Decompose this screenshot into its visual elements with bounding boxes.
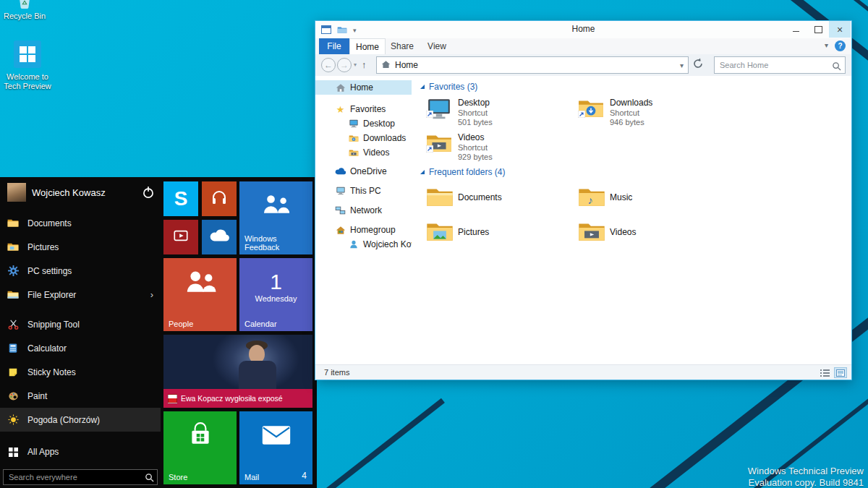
tile-store[interactable]: Store [163,411,237,484]
title-bar[interactable]: ▾ Home × [315,21,851,38]
start-item-pictures[interactable]: Pictures [0,235,161,259]
skype-icon: S [174,187,188,210]
folder-name: Documents [458,192,502,203]
pictures-folder-icon [426,221,452,244]
tile-music[interactable] [202,181,237,216]
user-avatar[interactable] [7,183,26,202]
tab-home[interactable]: Home [349,38,386,54]
help-icon[interactable]: ? [835,40,846,51]
nav-label: Desktop [363,119,395,129]
tile-calendar[interactable]: 1 Wednesday Calendar [239,258,312,331]
status-bar: 7 items [315,364,851,380]
music-folder-icon: ♪ [578,186,604,209]
address-dropdown-icon[interactable]: ▾ [680,61,684,69]
back-button[interactable]: ← [321,58,336,72]
tile-people[interactable]: People [163,258,237,331]
file-name: Videos [458,132,493,143]
tile-label: Mail [244,473,259,481]
tile-windows-feedback[interactable]: Windows Feedback [239,181,312,254]
nav-desktop[interactable]: Desktop [315,116,412,131]
tab-label: Home [356,42,379,52]
nav-homegroup-user[interactable]: Wojciech Kowasz [315,237,412,252]
group-header-favorites[interactable]: Favorites (3) [420,82,477,92]
folder-item-pictures[interactable]: Pictures [426,218,571,247]
downloads-shortcut-icon [578,98,604,121]
refresh-button[interactable] [692,58,704,72]
tab-file[interactable]: File [319,38,349,54]
desktop-shortcut-icon [426,98,452,121]
start-item-snipping-tool[interactable]: Snipping Tool [0,312,161,336]
desktop-icon [348,119,359,129]
start-item-pc-settings[interactable]: PC settings [0,259,161,283]
tile-mail[interactable]: Mail 4 [239,411,312,484]
start-item-calculator[interactable]: Calculator [0,336,161,360]
network-icon [335,205,346,215]
close-button[interactable]: × [829,21,851,38]
nav-onedrive[interactable]: OneDrive [315,164,412,179]
nav-downloads[interactable]: Downloads [315,131,412,145]
palette-icon [7,390,19,402]
people-icon [184,269,217,296]
folder-item-videos[interactable]: Videos [578,218,723,247]
maximize-button[interactable] [807,21,829,38]
videos-folder-icon [578,221,604,244]
folder-item-music[interactable]: ♪ Music [578,183,723,212]
tile-news[interactable]: Ewa Kopacz wygłosiła exposé [163,335,312,408]
tile-label: Windows Feedback [244,234,288,252]
start-item-sticky-notes[interactable]: Sticky Notes [0,360,161,384]
videos-folder-icon [348,147,359,158]
nav-network[interactable]: Network [315,203,412,218]
thumbnail-view-button[interactable] [834,367,847,378]
nav-homegroup[interactable]: Homegroup [315,223,412,237]
group-header-frequent-folders[interactable]: Frequent folders (4) [420,167,505,177]
start-menu: Wojciech Kowasz Documents Pictures PC se… [0,177,317,488]
minimize-button[interactable] [785,21,807,38]
start-item-all-apps[interactable]: All Apps [0,442,161,462]
address-box[interactable]: Home ▾ [376,56,689,74]
store-bag-icon [187,421,214,451]
collapse-triangle-icon [420,85,425,89]
search-input[interactable] [715,57,845,73]
desktop-icon-welcome[interactable]: Welcome to Tech Preview [0,40,55,91]
news-caption-bar: Ewa Kopacz wygłosiła exposé [163,389,312,408]
start-item-documents[interactable]: Documents [0,211,161,235]
tile-skype[interactable]: S [163,181,198,216]
watermark-line1: Windows Technical Preview [748,466,864,477]
start-item-file-explorer[interactable]: File Explorer › [0,283,161,307]
recent-locations-chevron-icon[interactable]: ▾ [354,61,357,68]
nav-videos[interactable]: Videos [315,145,412,160]
nav-home[interactable]: Home [315,80,412,95]
nav-this-pc[interactable]: This PC [315,184,412,198]
file-item-desktop[interactable]: Desktop Shortcut 501 bytes [426,98,571,129]
start-menu-header: Wojciech Kowasz [0,177,161,207]
calculator-icon [7,343,19,354]
start-search-input[interactable] [3,469,158,485]
svg-text:♪: ♪ [587,194,592,206]
start-item-weather[interactable]: Pogoda (Chorzów) [0,408,161,432]
nav-favorites[interactable]: ★ Favorites [315,102,412,116]
ribbon-tab-bar: File Home Share View ▾ ? [315,38,851,55]
start-item-paint[interactable]: Paint [0,384,161,408]
up-button[interactable]: ↑ [362,59,367,70]
tile-onedrive[interactable] [202,220,237,254]
tile-video[interactable] [163,220,198,254]
file-item-downloads[interactable]: Downloads Shortcut 946 bytes [578,98,723,129]
tab-label: View [427,41,446,51]
forward-button[interactable]: → [337,58,352,72]
start-item-label: Snipping Tool [27,320,80,330]
file-item-videos-shortcut[interactable]: Videos Shortcut 929 bytes [426,132,571,164]
videos-shortcut-icon [426,132,452,155]
desktop: Recycle Bin Welcome to Tech Preview Wind… [0,0,868,488]
details-view-button[interactable] [818,367,831,378]
pictures-folder-icon [7,241,19,253]
start-item-label: PC settings [27,266,72,276]
folder-item-documents[interactable]: Documents [426,183,571,212]
windows-logo-icon [14,40,41,68]
user-name[interactable]: Wojciech Kowasz [32,187,106,198]
expand-ribbon-chevron-icon[interactable]: ▾ [825,41,828,49]
tab-share[interactable]: Share [384,38,420,53]
tab-view[interactable]: View [420,38,454,53]
folder-name: Pictures [458,227,489,238]
power-button[interactable] [142,186,155,199]
desktop-icon-recycle-bin[interactable]: Recycle Bin [1,0,48,21]
